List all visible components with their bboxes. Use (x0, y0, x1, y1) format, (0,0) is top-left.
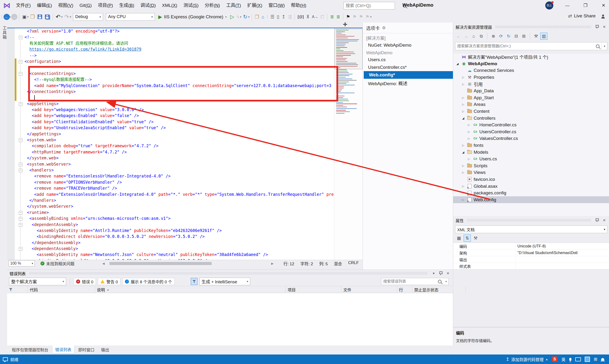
document-outline-button[interactable]: ▯ (277, 13, 279, 20)
tree-item-App_Start[interactable]: ▷App_Start (453, 94, 609, 101)
code-line[interactable]: −<connectionStrings> (7, 71, 334, 77)
bookmark-button[interactable]: ⚑ (346, 13, 350, 20)
undo-button[interactable]: ↶ (56, 13, 60, 20)
hot-reload-button[interactable]: ϟ (237, 13, 239, 20)
code-line[interactable]: </system.web> (7, 155, 334, 161)
breakpoint-margin[interactable] (7, 149, 15, 155)
breakpoint-margin[interactable] (7, 137, 15, 143)
collapse-all-icon[interactable]: ⊟ (513, 33, 519, 39)
fold-gutter[interactable] (16, 155, 25, 161)
code-line[interactable]: −<system.webServer> (7, 161, 334, 167)
menu-测试S[interactable]: 测试(S) (180, 0, 202, 11)
panel-drag-handle[interactable] (29, 272, 428, 275)
minimap[interactable] (334, 28, 363, 260)
code-line[interactable]: <add key="UnobtrusiveJavaScriptEnabled" … (7, 125, 334, 131)
breakpoint-margin[interactable] (7, 65, 15, 70)
zoom-dropdown[interactable]: 100 %▾ (9, 260, 35, 266)
fold-gutter[interactable]: − (16, 222, 25, 228)
breakpoint-margin[interactable] (7, 95, 15, 101)
menu-分析N[interactable]: 分析(N) (202, 0, 223, 11)
error-scope-dropdown[interactable]: 整个解决方案▾ (9, 278, 66, 285)
tool-tab-程序包管理器控制台[interactable]: 程序包管理器控制台 (9, 346, 51, 353)
scrollbar-thumb[interactable] (109, 262, 212, 265)
breakpoint-margin[interactable] (7, 143, 15, 149)
fold-gutter[interactable]: − (16, 137, 25, 143)
document-tab-WebApiDemo[interactable]: WebApiDemo: 概述 (363, 79, 453, 88)
chevron-closed-icon[interactable]: ▷ (461, 83, 466, 86)
chevron-closed-icon[interactable]: ▷ (461, 76, 466, 79)
chevron-closed-icon[interactable]: ▷ (461, 103, 466, 106)
code-editor[interactable]: <?xml version="1.0" encoding="utf-8"?>−<… (7, 28, 334, 260)
navigate-forward-button[interactable]: → (11, 14, 17, 20)
error-list-body[interactable] (7, 293, 453, 338)
code-line[interactable]: <add key="webpages:Version" value="3.0.0… (7, 107, 334, 113)
horizontal-scrollbar[interactable]: ◀ ▶ (102, 260, 273, 267)
breakpoint-margin[interactable] (7, 252, 15, 258)
fold-gutter[interactable]: − (16, 71, 25, 77)
code-line[interactable]: −<dependentAssembly> (7, 246, 334, 252)
breakpoint-margin[interactable] (7, 34, 15, 40)
fold-gutter[interactable]: − (16, 210, 25, 216)
document-health-indicator[interactable]: ✓ 未找到相关问题 (40, 260, 75, 266)
document-tab-Web.config[interactable]: Web.config* (364, 71, 453, 79)
fold-gutter[interactable] (16, 240, 25, 246)
fold-gutter[interactable] (16, 173, 25, 179)
code-line[interactable]: <httpRuntime targetFramework="4.7.2" /> (7, 149, 334, 155)
save-button[interactable] (38, 14, 42, 19)
code-line[interactable]: <add key="webpages:Enabled" value="false… (7, 113, 334, 119)
menu-扩展X[interactable]: 扩展(X) (244, 0, 265, 11)
copy-structure-button[interactable]: ⧠ (321, 13, 324, 20)
outdent-button[interactable]: ≣ (336, 13, 340, 20)
code-line[interactable]: <remove name="TRACEVerbHandler" /> (7, 185, 334, 191)
document-tab-Users.cs[interactable]: Users.cs (363, 56, 453, 64)
chevron-closed-icon[interactable]: ▷ (466, 123, 471, 127)
chevron-closed-icon[interactable]: ▷ (461, 164, 466, 168)
error-list-header[interactable]: 错误列表 ▾ ✕ (7, 270, 453, 277)
task-list-button[interactable]: ☰ (271, 13, 274, 20)
code-line[interactable]: 有关如何配置 ASP.NET 应用程序的详细信息，请访问 (7, 40, 334, 46)
fold-gutter[interactable] (16, 40, 25, 46)
fold-gutter[interactable] (16, 65, 25, 70)
panel-drag-handle[interactable] (467, 219, 591, 222)
property-value[interactable]: Unicode (UTF-8) (516, 244, 609, 248)
fold-gutter[interactable] (16, 125, 25, 131)
menu-帮助H[interactable]: 帮助(H) (288, 0, 309, 11)
menu-调试D[interactable]: 调试(D) (137, 0, 159, 11)
close-panel-icon[interactable]: ✕ (602, 25, 607, 29)
tree-item-fonts[interactable]: ▷fonts (453, 142, 609, 149)
code-line[interactable]: </handlers> (7, 197, 334, 203)
properties-object-dropdown[interactable]: XML 文档 ▾ (455, 225, 607, 233)
code-line[interactable]: <remove name="OPTIONSVerbHandler" /> (7, 179, 334, 185)
scroll-right-icon[interactable]: ▶ (271, 262, 273, 265)
restore-button[interactable]: ❐ (580, 0, 591, 11)
tree-item-Users.cs[interactable]: ▷C#Users.cs (453, 156, 609, 162)
splitter-grip-icon[interactable]: ✛ (343, 22, 347, 27)
breakpoint-margin[interactable] (7, 101, 15, 107)
tree-item-Models[interactable]: ◢Models (453, 149, 609, 156)
code-line[interactable]: <add name="MySqlConnection" providerName… (7, 83, 334, 89)
code-line[interactable]: <remove name="ExtensionlessUrlHandler-In… (7, 173, 334, 179)
properties-icon[interactable]: ⚒ (533, 33, 539, 39)
format-token-button[interactable]: [@] (298, 13, 304, 20)
grid-icon[interactable]: ⊞ (594, 357, 597, 362)
error-column-severity[interactable] (7, 286, 28, 293)
tool-tab-输出[interactable]: 输出 (98, 346, 112, 353)
tree-item-ConnectedServices[interactable]: ☁Connected Services (453, 67, 609, 74)
code-line[interactable]: --> (7, 52, 334, 59)
breakpoint-margin[interactable] (7, 228, 15, 234)
tree-item-Views[interactable]: ▷Views (453, 169, 609, 176)
tree-item-packages.config[interactable]: packages.config (453, 190, 609, 196)
code-line[interactable]: −<configuration> (7, 59, 334, 65)
status-mixed[interactable]: 混合 (334, 260, 342, 266)
code-line[interactable]: <bindingRedirect oldVersion="0.0.0.0-3.5… (7, 234, 334, 240)
toolbar-grip[interactable]: ⁞ (1, 13, 2, 20)
browse-with-button[interactable]: ⌂ (261, 13, 264, 20)
fold-gutter[interactable] (16, 228, 25, 234)
tree-item-[interactable]: ▷⊞引用 (453, 81, 609, 88)
code-line[interactable]: </dependentAssembly> (7, 240, 334, 246)
fold-gutter[interactable] (16, 258, 25, 260)
menu-窗口W[interactable]: 窗口(W) (265, 0, 288, 11)
fold-gutter[interactable] (16, 77, 25, 83)
code-line[interactable]: <assemblyIdentity name="Newtonsoft.Json"… (7, 252, 334, 258)
solution-explorer-header[interactable]: 解决方案资源管理器 ✕ (453, 23, 609, 31)
